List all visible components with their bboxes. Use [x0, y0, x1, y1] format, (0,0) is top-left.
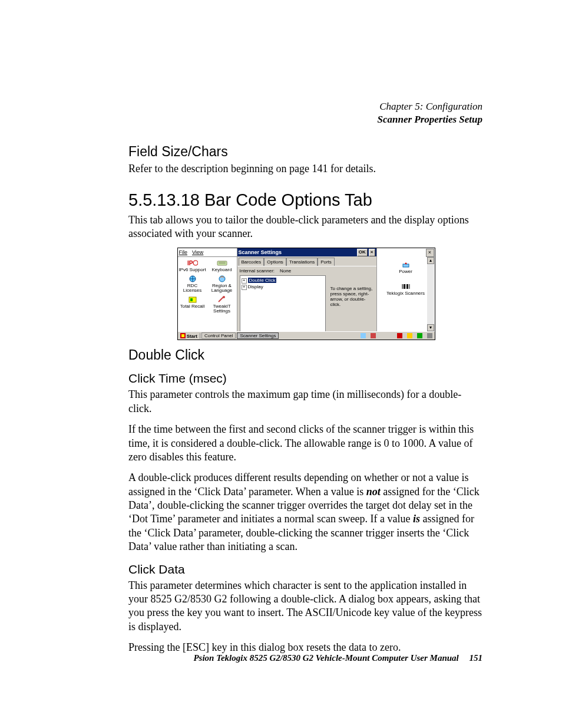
cp-icon-totalrecall-label: Total Recall [178, 304, 207, 309]
cp-icon-rdc-label: RDC Licenses [178, 284, 207, 293]
scanner-settings-dialog: Scanner Settings OK × Barcodes Options T… [237, 248, 377, 332]
cp-icon-keyboard-label: Keyboard [207, 268, 237, 272]
keyboard-icon [217, 259, 227, 267]
svg-rect-8 [190, 298, 193, 301]
tab-ports[interactable]: Ports [318, 258, 335, 266]
para-barcode-options: This tab allows you to tailor the double… [128, 213, 482, 241]
cp-icon-totalrecall[interactable]: Total Recall [178, 295, 207, 315]
svg-rect-19 [361, 333, 366, 338]
svg-rect-18 [181, 334, 184, 337]
cp-icon-scanners-label: Teklogix Scanners [377, 291, 435, 296]
heading-click-data: Click Data [128, 562, 482, 577]
control-panel-menubar: File View [178, 248, 237, 257]
svg-rect-22 [407, 333, 412, 338]
svg-rect-20 [371, 333, 376, 338]
internal-scanner-value: None [280, 268, 291, 274]
ok-button[interactable]: OK [357, 249, 368, 256]
tray-icon[interactable] [417, 333, 422, 338]
tree-label-display: Display [248, 284, 263, 289]
tray-icon[interactable] [371, 333, 376, 338]
start-label: Start [187, 334, 197, 339]
screenshot-figure: File View IP IPv6 Support Keyboard RDC L… [177, 248, 434, 340]
page-footer: Psion Teklogix 8525 G2/8530 G2 Vehicle-M… [193, 653, 482, 663]
tray-icon[interactable] [427, 333, 432, 338]
system-tray [361, 333, 435, 338]
para-click-time-1: This parameter controls the maximum gap … [128, 388, 482, 416]
tray-icon[interactable] [407, 333, 412, 338]
scroll-up-icon[interactable]: ▴ [427, 257, 434, 264]
tab-options[interactable]: Options [264, 258, 286, 266]
para-click-time-2: If the time between the first and second… [128, 423, 482, 464]
internal-scanner-label: Internal scanner: [240, 268, 275, 274]
svg-point-9 [223, 296, 225, 298]
dialog-titlebar: Scanner Settings OK × [237, 248, 376, 256]
svg-point-1 [193, 261, 198, 265]
close-button[interactable]: × [369, 249, 375, 256]
cp-icon-region[interactable]: Region & Language [207, 274, 237, 295]
dialog-tabs: Barcodes Options Translations Ports [237, 256, 376, 266]
task-scanner-settings[interactable]: Scanner Settings [237, 332, 279, 339]
cp-icon-keyboard[interactable]: Keyboard [207, 258, 237, 274]
svg-rect-21 [397, 333, 402, 338]
svg-rect-23 [417, 333, 422, 338]
cp-icon-power[interactable]: Power [377, 260, 435, 276]
page-header: Chapter 5: Configuration Scanner Propert… [128, 100, 482, 126]
cp-icon-scanners[interactable]: Teklogix Scanners [377, 282, 435, 298]
header-section: Scanner Properties Setup [128, 113, 482, 126]
para-field-size: Refer to the description beginning on pa… [128, 162, 482, 176]
close-icon[interactable]: × [426, 249, 434, 257]
recall-icon [187, 295, 198, 304]
heading-barcode-options: 5.5.13.18 Bar Code Options Tab [128, 190, 482, 210]
cp-icon-power-label: Power [377, 269, 435, 274]
tree-item-display[interactable]: +Display [242, 284, 324, 290]
globe-icon [187, 275, 198, 283]
control-panel-right: × ▴ ▾ Power Teklogix Scanners [377, 248, 435, 332]
options-tree[interactable]: +Double Click +Display [240, 275, 326, 333]
cp-icon-ipv6[interactable]: IP IPv6 Support [178, 258, 207, 274]
dialog-title: Scanner Settings [239, 249, 282, 255]
tree-expand-icon[interactable]: + [242, 285, 247, 290]
svg-rect-24 [427, 333, 432, 338]
tree-label-double-click: Double Click [248, 278, 277, 283]
header-chapter: Chapter 5: Configuration [128, 100, 482, 113]
cp-icon-region-label: Region & Language [207, 284, 237, 293]
region-icon [217, 275, 227, 283]
tab-translations[interactable]: Translations [286, 258, 318, 266]
cp-icon-tweakit-label: TweakIT Settings [207, 304, 237, 314]
control-panel-left: File View IP IPv6 Support Keyboard RDC L… [178, 248, 237, 332]
tray-icon[interactable] [397, 333, 402, 338]
heading-double-click: Double Click [128, 347, 482, 363]
task-control-panel[interactable]: Control Panel [201, 332, 236, 339]
dialog-hint-text: To change a setting, press space, right-… [330, 286, 374, 307]
scrollbar[interactable]: ▴ ▾ [427, 257, 434, 331]
menu-view[interactable]: View [192, 249, 203, 255]
taskbar: Start Control Panel Scanner Settings [178, 331, 435, 340]
svg-rect-10 [403, 264, 409, 267]
cp-icon-rdc[interactable]: RDC Licenses [178, 274, 207, 295]
para-click-data-1: This parameter determines which characte… [128, 579, 482, 634]
cp-icon-ipv6-label: IPv6 Support [178, 268, 207, 272]
internal-scanner-row: Internal scanner: None [240, 268, 374, 274]
cp-icon-tweakit[interactable]: TweakIT Settings [207, 295, 237, 315]
scroll-down-icon[interactable]: ▾ [427, 324, 434, 331]
barcode-icon [401, 282, 411, 291]
power-icon [401, 261, 411, 269]
footer-manual-title: Psion Teklogix 8525 G2/8530 G2 Vehicle-M… [193, 653, 458, 663]
tray-icon[interactable] [361, 333, 366, 338]
tools-icon [217, 295, 227, 304]
heading-click-time: Click Time (msec) [128, 371, 482, 386]
tree-item-double-click[interactable]: +Double Click [242, 277, 324, 284]
tab-barcodes[interactable]: Barcodes [239, 258, 265, 266]
heading-field-size: Field Size/Chars [128, 144, 482, 160]
start-icon [180, 333, 186, 338]
network-icon: IP [187, 259, 198, 267]
footer-page-number: 151 [470, 653, 483, 663]
svg-text:IP: IP [187, 260, 193, 266]
tree-expand-icon[interactable]: + [242, 278, 247, 284]
start-button[interactable]: Start [178, 333, 200, 339]
menu-file[interactable]: File [179, 249, 188, 255]
para-click-time-3: A double-click produces different result… [128, 471, 482, 554]
